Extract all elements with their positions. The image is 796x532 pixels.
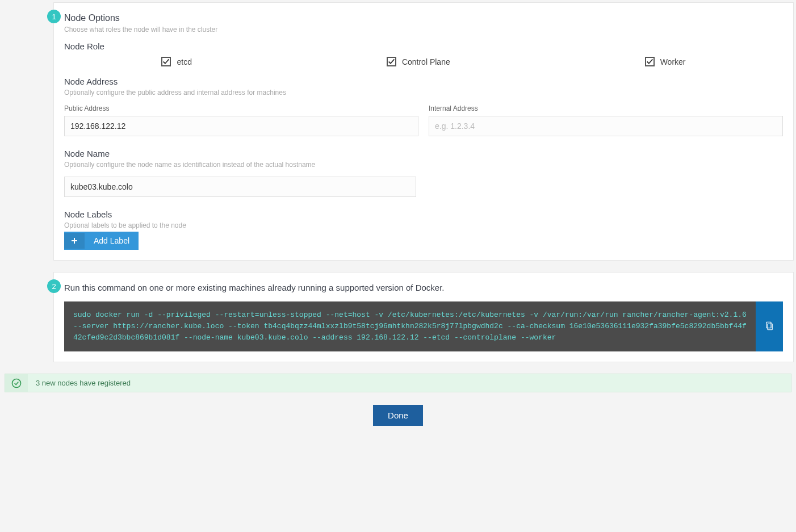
step-badge-2: 2 (47, 279, 61, 293)
public-address-label: Public Address (64, 104, 418, 112)
run-command-panel: 2 Run this command on one or more existi… (53, 272, 794, 362)
node-labels-label: Node Labels (64, 210, 783, 219)
node-labels-subtitle: Optional labels to be applied to the nod… (64, 221, 783, 229)
node-options-subtitle: Choose what roles the node will have in … (64, 26, 783, 33)
role-etcd[interactable]: etcd (161, 57, 191, 66)
node-address-subtitle: Optionally configure the public address … (64, 89, 783, 97)
add-label-button[interactable]: Add Label (64, 232, 139, 250)
clipboard-icon (764, 321, 774, 333)
check-circle-icon (5, 374, 28, 392)
node-options-panel: 1 Node Options Choose what roles the nod… (53, 2, 794, 261)
plus-icon (64, 233, 85, 249)
role-worker-label: Worker (660, 57, 686, 66)
done-button[interactable]: Done (373, 405, 423, 426)
internal-address-label: Internal Address (429, 104, 783, 112)
svg-rect-0 (768, 324, 772, 330)
run-command-instruction: Run this command on one or more existing… (64, 283, 783, 292)
copy-button[interactable] (756, 301, 783, 351)
svg-point-2 (12, 379, 21, 387)
node-options-title: Node Options (64, 13, 783, 23)
node-name-input[interactable] (64, 177, 416, 197)
internal-address-input[interactable] (429, 116, 783, 136)
role-control-plane[interactable]: Control Plane (387, 57, 450, 66)
node-role-label: Node Role (64, 41, 783, 51)
checkbox-etcd-icon (161, 57, 171, 66)
public-address-input[interactable] (64, 116, 418, 136)
node-name-label: Node Name (64, 149, 783, 158)
role-control-plane-label: Control Plane (402, 57, 450, 66)
checkbox-worker-icon (645, 57, 655, 66)
status-message: 3 new nodes have registered (28, 374, 139, 392)
checkbox-control-plane-icon (387, 57, 396, 66)
command-code: sudo docker run -d --privileged --restar… (64, 301, 756, 351)
node-address-label: Node Address (64, 77, 783, 86)
svg-rect-1 (766, 322, 771, 328)
node-name-subtitle: Optionally configure the node name as id… (64, 161, 783, 169)
step-badge-1: 1 (47, 10, 61, 23)
role-etcd-label: etcd (177, 57, 191, 66)
node-role-row: etcd Control Plane Worker (64, 57, 783, 66)
role-worker[interactable]: Worker (645, 57, 686, 66)
status-bar: 3 new nodes have registered (5, 374, 791, 392)
add-label-text: Add Label (85, 232, 139, 250)
